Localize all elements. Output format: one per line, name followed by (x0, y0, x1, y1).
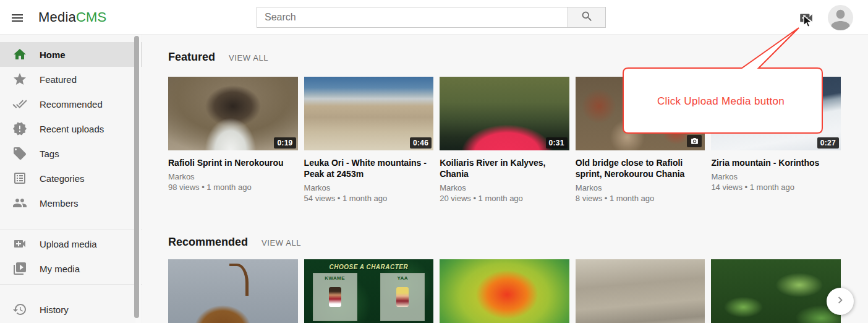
sidebar-item-recommended[interactable]: Recommended (0, 92, 142, 116)
media-thumbnail-pumpkin[interactable] (168, 259, 298, 323)
sidebar-item-label: Categories (40, 173, 85, 184)
tag-icon (12, 146, 27, 161)
sidebar-item-featured[interactable]: Featured (0, 67, 142, 92)
media-card[interactable] (168, 259, 298, 323)
media-author[interactable]: Markos (440, 183, 569, 193)
sidebar-item-home[interactable]: Home (0, 42, 142, 67)
duration-badge: 0:19 (274, 137, 296, 149)
featured-cards-row: 0:19Rafioli Sprint in NerokourouMarkos98… (168, 77, 841, 204)
mediacms-logo[interactable]: MediaCMS (38, 9, 106, 25)
media-views-meta: 98 views • 1 month ago (168, 182, 298, 192)
media-thumbnail-leaves[interactable] (711, 259, 841, 323)
star-icon (12, 72, 27, 87)
media-author[interactable]: Markos (711, 171, 841, 182)
sidebar-item-label: Members (40, 198, 79, 209)
media-card[interactable] (440, 259, 569, 323)
media-thumbnail-snow[interactable]: 0:27 (711, 77, 841, 150)
search-icon (581, 10, 594, 25)
media-thumbnail-game[interactable]: CHOOSE A CHARACTERKWAMEYAASelectedSelect (304, 259, 434, 323)
chevron-right-icon (833, 293, 847, 309)
recommended-view-all-link[interactable]: VIEW ALL (262, 238, 301, 248)
media-title[interactable]: Leuka Ori - White mountains - Peak at 24… (304, 157, 428, 179)
search-input[interactable] (257, 7, 568, 28)
members-icon (12, 196, 27, 210)
sidebar-item-label: Upload media (40, 239, 97, 249)
hamburger-menu-icon[interactable] (10, 11, 25, 24)
featured-section: Featured VIEW ALL 0:19Rafioli Sprint in … (168, 51, 841, 204)
media-title[interactable]: Ziria mountain - Korinthos (711, 157, 835, 168)
media-card[interactable] (576, 259, 705, 323)
media-card[interactable]: 0:46Leuka Ori - White mountains - Peak a… (304, 77, 434, 204)
thumb-game-character-left (329, 287, 341, 307)
media-card[interactable] (711, 259, 841, 323)
media-author[interactable]: Markos (576, 183, 705, 193)
thumb-game-character-right (396, 287, 409, 307)
sidebar-item-categories[interactable]: Categories (0, 166, 142, 191)
sidebar-item-history[interactable]: History (0, 297, 142, 322)
new-releases-icon (12, 121, 27, 136)
camera-icon (687, 135, 702, 147)
section-title-featured: Featured (168, 51, 215, 64)
media-card[interactable]: 0:31Koiliaris River in Kalyves, ChaniaMa… (440, 77, 569, 204)
done-all-icon (12, 97, 27, 111)
recommended-cards-row: CHOOSE A CHARACTERKWAMEYAASelectedSelect (168, 259, 841, 323)
media-thumbnail-waterfall[interactable]: 0:19 (168, 77, 298, 150)
media-thumbnail-bridge[interactable] (576, 77, 705, 150)
user-avatar[interactable] (828, 5, 853, 30)
sidebar-scrollbar-track (135, 35, 141, 323)
sidebar-item-recent-uploads[interactable]: Recent uploads (0, 116, 142, 141)
thumb-game-name-right: YAA (381, 275, 424, 281)
media-views-meta: 20 views • 1 month ago (440, 193, 569, 204)
logo-text-media: Media (38, 9, 76, 25)
media-card[interactable]: 0:27Ziria mountain - KorinthosMarkos14 v… (711, 77, 841, 204)
media-thumbnail-abstract[interactable] (440, 259, 569, 323)
upload-media-icon (12, 236, 27, 251)
sidebar-item-label: History (40, 304, 69, 315)
search-button[interactable] (568, 7, 606, 28)
sidebar-history-list: History (0, 285, 142, 322)
media-author[interactable]: Markos (168, 171, 298, 182)
duration-badge: 0:46 (410, 137, 432, 149)
media-thumbnail-desert[interactable]: 0:46 (304, 77, 434, 150)
thumb-game-panel-left: KWAME (313, 273, 357, 321)
main-content: Featured VIEW ALL 0:19Rafioli Sprint in … (142, 35, 868, 323)
sidebar-scrollbar-thumb[interactable] (134, 36, 139, 318)
sidebar-item-tags[interactable]: Tags (0, 141, 142, 166)
sidebar-item-my-media[interactable]: My media (0, 256, 142, 281)
home-icon (12, 47, 27, 62)
sidebar-item-label: Recent uploads (40, 124, 104, 134)
video-library-icon (12, 261, 27, 276)
mouse-cursor (802, 15, 815, 28)
media-card[interactable]: Old bridge close to Rafioli sprint, Nero… (576, 77, 705, 204)
thumb-game-panel-right: YAA (380, 273, 425, 321)
media-card[interactable]: 0:19Rafioli Sprint in NerokourouMarkos98… (168, 77, 298, 204)
media-title[interactable]: Koiliaris River in Kalyves, Chania (440, 157, 564, 179)
media-title[interactable]: Rafioli Sprint in Nerokourou (168, 157, 292, 168)
media-thumbnail-mountain2[interactable] (576, 259, 705, 323)
logo-text-cms: CMS (76, 9, 107, 25)
thumb-game-name-left: KWAME (313, 275, 357, 281)
featured-view-all-link[interactable]: VIEW ALL (229, 53, 268, 62)
sidebar-item-label: Tags (40, 149, 59, 159)
media-author[interactable]: Markos (304, 183, 434, 193)
media-card[interactable]: CHOOSE A CHARACTERKWAMEYAASelectedSelect (304, 259, 434, 323)
recommended-section: Recommended VIEW ALL CHOOSE A CHARACTERK… (168, 236, 841, 323)
categories-icon (12, 171, 27, 186)
duration-badge: 0:27 (817, 137, 839, 149)
sidebar-item-upload-media[interactable]: Upload media (0, 231, 142, 256)
history-icon (12, 302, 27, 317)
sidebar-item-members[interactable]: Members (0, 191, 142, 215)
media-thumbnail-river[interactable]: 0:31 (440, 77, 569, 150)
media-views-meta: 54 views • 1 month ago (304, 193, 434, 204)
search-bar (257, 7, 606, 28)
thumb-game-title: CHOOSE A CHARACTER (304, 264, 434, 270)
sidebar-main-list: HomeFeaturedRecommendedRecent uploadsTag… (0, 35, 142, 215)
duration-badge: 0:31 (546, 137, 568, 149)
sidebar-media-list: Upload mediaMy media (0, 230, 142, 281)
sidebar-item-label: Featured (40, 74, 77, 85)
media-title[interactable]: Old bridge close to Rafioli sprint, Nero… (576, 157, 700, 179)
left-sidebar: HomeFeaturedRecommendedRecent uploadsTag… (0, 35, 142, 323)
top-app-bar: MediaCMS (0, 0, 868, 35)
carousel-next-button[interactable] (827, 288, 854, 315)
sidebar-item-label: Recommended (40, 99, 103, 110)
